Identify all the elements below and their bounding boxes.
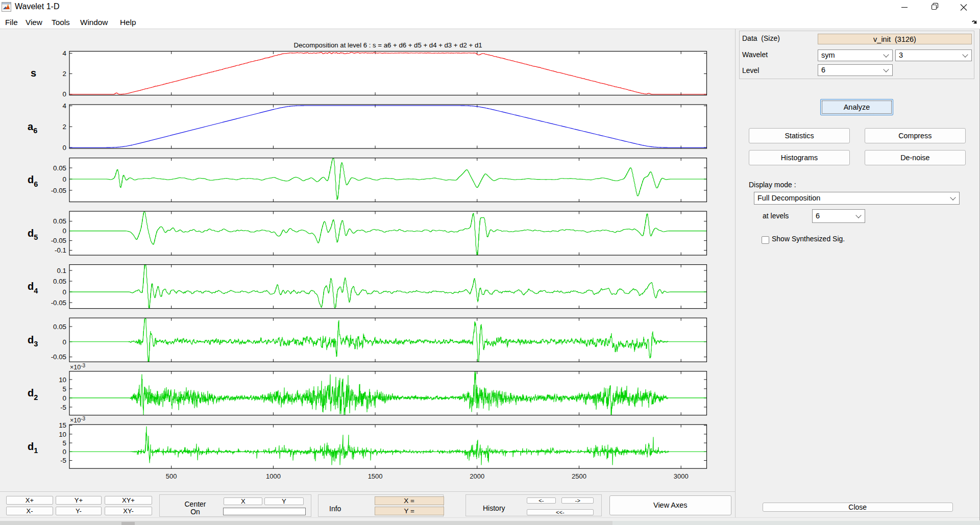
svg-text:0: 0 [63, 176, 66, 183]
svg-text:5: 5 [63, 385, 66, 393]
svg-text:0.05: 0.05 [53, 278, 66, 285]
svg-text:2000: 2000 [470, 472, 484, 480]
svg-text:10: 10 [59, 376, 66, 384]
svg-text:d1: d1 [28, 441, 38, 455]
svg-text:d4: d4 [28, 281, 38, 295]
svg-text:2: 2 [63, 70, 66, 78]
svg-text:d6: d6 [28, 174, 38, 188]
svg-text:-0.05: -0.05 [51, 187, 66, 194]
svg-text:0: 0 [63, 144, 66, 152]
svg-text:0.05: 0.05 [53, 217, 66, 225]
svg-text:1500: 1500 [368, 472, 383, 480]
svg-text:d2: d2 [28, 387, 38, 402]
svg-text:4: 4 [63, 102, 66, 110]
svg-text:1000: 1000 [266, 472, 281, 480]
svg-text:s: s [31, 67, 36, 79]
svg-text:3000: 3000 [674, 472, 689, 480]
svg-text:0.05: 0.05 [53, 323, 66, 331]
svg-text:-5: -5 [60, 457, 66, 464]
svg-text:4: 4 [63, 49, 66, 57]
svg-text:0: 0 [63, 227, 66, 235]
svg-text:0.1: 0.1 [57, 267, 67, 274]
svg-text:×10-3: ×10-3 [70, 416, 86, 424]
svg-text:0: 0 [63, 90, 66, 98]
svg-text:15: 15 [59, 421, 66, 429]
svg-text:-0.05: -0.05 [51, 237, 66, 244]
svg-text:d5: d5 [28, 228, 38, 242]
svg-text:a6: a6 [28, 121, 37, 135]
svg-text:×10-3: ×10-3 [70, 363, 86, 371]
svg-text:0: 0 [63, 448, 66, 456]
svg-text:0: 0 [63, 394, 66, 402]
svg-text:0.05: 0.05 [53, 164, 66, 172]
svg-text:Decomposition at level 6 : s =: Decomposition at level 6 : s = a6 + d6 +… [293, 41, 482, 49]
svg-text:2: 2 [63, 123, 66, 131]
svg-text:5: 5 [63, 439, 66, 447]
svg-text:-0.1: -0.1 [55, 246, 66, 254]
svg-text:-0.05: -0.05 [51, 299, 66, 307]
svg-text:2500: 2500 [572, 472, 586, 480]
svg-text:500: 500 [166, 472, 177, 480]
svg-text:-0.05: -0.05 [51, 353, 66, 361]
svg-text:10: 10 [59, 431, 66, 438]
svg-text:0: 0 [63, 338, 66, 346]
svg-text:-5: -5 [60, 404, 66, 411]
svg-text:d3: d3 [28, 334, 38, 348]
svg-text:0: 0 [63, 288, 66, 296]
